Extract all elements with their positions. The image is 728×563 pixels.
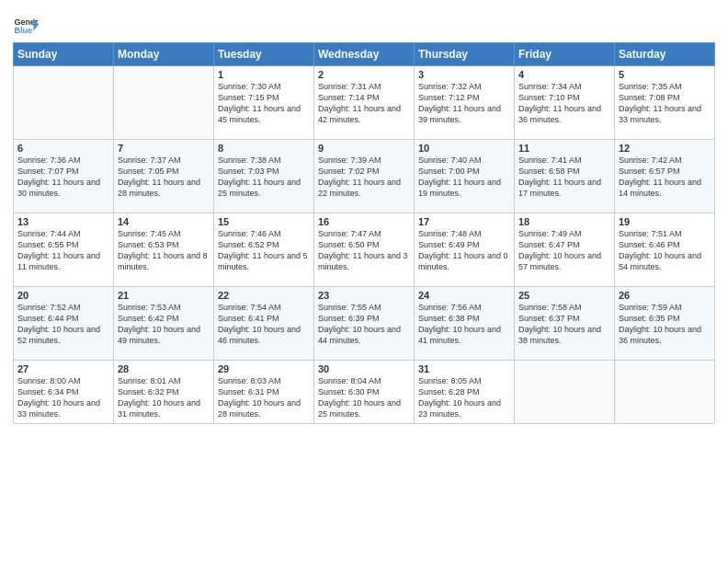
- calendar-cell: 22Sunrise: 7:54 AM Sunset: 6:41 PM Dayli…: [214, 287, 314, 361]
- day-number: 27: [17, 363, 109, 374]
- day-number: 9: [318, 143, 410, 154]
- day-info: Sunrise: 7:48 AM Sunset: 6:49 PM Dayligh…: [418, 228, 510, 273]
- week-row-1: 1Sunrise: 7:30 AM Sunset: 7:15 PM Daylig…: [14, 66, 715, 140]
- calendar-cell: 23Sunrise: 7:55 AM Sunset: 6:39 PM Dayli…: [314, 287, 415, 361]
- weekday-header-thursday: Thursday: [415, 43, 515, 66]
- weekday-header-row: SundayMondayTuesdayWednesdayThursdayFrid…: [14, 43, 715, 66]
- day-info: Sunrise: 7:39 AM Sunset: 7:02 PM Dayligh…: [318, 155, 410, 200]
- day-number: 8: [218, 143, 310, 154]
- calendar-cell: 31Sunrise: 8:05 AM Sunset: 6:28 PM Dayli…: [415, 361, 515, 424]
- day-number: 2: [318, 69, 410, 80]
- day-info: Sunrise: 7:36 AM Sunset: 7:07 PM Dayligh…: [17, 155, 109, 200]
- svg-text:Blue: Blue: [14, 26, 32, 35]
- day-info: Sunrise: 8:01 AM Sunset: 6:32 PM Dayligh…: [118, 375, 210, 420]
- day-info: Sunrise: 7:41 AM Sunset: 6:58 PM Dayligh…: [518, 155, 610, 200]
- day-number: 13: [17, 216, 109, 227]
- day-number: 20: [17, 290, 109, 301]
- calendar-cell: 13Sunrise: 7:44 AM Sunset: 6:55 PM Dayli…: [14, 213, 114, 287]
- day-info: Sunrise: 7:38 AM Sunset: 7:03 PM Dayligh…: [218, 155, 310, 200]
- weekday-header-friday: Friday: [515, 43, 615, 66]
- day-number: 5: [619, 69, 711, 80]
- week-row-5: 27Sunrise: 8:00 AM Sunset: 6:34 PM Dayli…: [14, 361, 715, 424]
- day-number: 6: [17, 143, 109, 154]
- calendar-cell: 7Sunrise: 7:37 AM Sunset: 7:05 PM Daylig…: [114, 140, 214, 213]
- weekday-header-saturday: Saturday: [615, 43, 715, 66]
- day-number: 29: [218, 363, 310, 374]
- calendar-cell: [14, 66, 114, 140]
- day-info: Sunrise: 8:03 AM Sunset: 6:31 PM Dayligh…: [218, 375, 310, 420]
- weekday-header-sunday: Sunday: [14, 43, 114, 66]
- calendar-cell: 4Sunrise: 7:34 AM Sunset: 7:10 PM Daylig…: [515, 66, 615, 140]
- calendar-cell: [114, 66, 214, 140]
- day-info: Sunrise: 8:00 AM Sunset: 6:34 PM Dayligh…: [17, 375, 109, 420]
- day-info: Sunrise: 7:47 AM Sunset: 6:50 PM Dayligh…: [318, 228, 410, 273]
- calendar-cell: 26Sunrise: 7:59 AM Sunset: 6:35 PM Dayli…: [615, 287, 715, 361]
- calendar-cell: 11Sunrise: 7:41 AM Sunset: 6:58 PM Dayli…: [515, 140, 615, 213]
- day-info: Sunrise: 7:52 AM Sunset: 6:44 PM Dayligh…: [17, 302, 109, 347]
- day-number: 23: [318, 290, 410, 301]
- calendar-cell: 29Sunrise: 8:03 AM Sunset: 6:31 PM Dayli…: [214, 361, 314, 424]
- weekday-header-tuesday: Tuesday: [214, 43, 314, 66]
- day-number: 12: [619, 143, 711, 154]
- day-number: 19: [619, 216, 711, 227]
- day-number: 3: [418, 69, 510, 80]
- page-container: General Blue SundayMondayTuesdayWednesda…: [0, 0, 728, 433]
- logo: General Blue: [13, 13, 40, 39]
- day-number: 17: [418, 216, 510, 227]
- day-number: 30: [318, 363, 410, 374]
- day-info: Sunrise: 7:53 AM Sunset: 6:42 PM Dayligh…: [118, 302, 210, 347]
- calendar-cell: 2Sunrise: 7:31 AM Sunset: 7:14 PM Daylig…: [314, 66, 415, 140]
- calendar-cell: 6Sunrise: 7:36 AM Sunset: 7:07 PM Daylig…: [14, 140, 114, 213]
- calendar-table: SundayMondayTuesdayWednesdayThursdayFrid…: [13, 42, 715, 424]
- day-info: Sunrise: 7:30 AM Sunset: 7:15 PM Dayligh…: [218, 81, 310, 126]
- day-info: Sunrise: 7:40 AM Sunset: 7:00 PM Dayligh…: [418, 155, 510, 200]
- day-info: Sunrise: 7:31 AM Sunset: 7:14 PM Dayligh…: [318, 81, 410, 126]
- week-row-2: 6Sunrise: 7:36 AM Sunset: 7:07 PM Daylig…: [14, 140, 715, 213]
- calendar-cell: 17Sunrise: 7:48 AM Sunset: 6:49 PM Dayli…: [415, 213, 515, 287]
- day-info: Sunrise: 7:34 AM Sunset: 7:10 PM Dayligh…: [518, 81, 610, 126]
- calendar-cell: 12Sunrise: 7:42 AM Sunset: 6:57 PM Dayli…: [615, 140, 715, 213]
- day-info: Sunrise: 7:56 AM Sunset: 6:38 PM Dayligh…: [418, 302, 510, 347]
- calendar-cell: 25Sunrise: 7:58 AM Sunset: 6:37 PM Dayli…: [515, 287, 615, 361]
- day-number: 18: [518, 216, 610, 227]
- calendar-cell: [515, 361, 615, 424]
- day-info: Sunrise: 7:54 AM Sunset: 6:41 PM Dayligh…: [218, 302, 310, 347]
- calendar-cell: 24Sunrise: 7:56 AM Sunset: 6:38 PM Dayli…: [415, 287, 515, 361]
- week-row-4: 20Sunrise: 7:52 AM Sunset: 6:44 PM Dayli…: [14, 287, 715, 361]
- day-number: 22: [218, 290, 310, 301]
- day-info: Sunrise: 7:46 AM Sunset: 6:52 PM Dayligh…: [218, 228, 310, 273]
- calendar-cell: 3Sunrise: 7:32 AM Sunset: 7:12 PM Daylig…: [415, 66, 515, 140]
- day-info: Sunrise: 7:49 AM Sunset: 6:47 PM Dayligh…: [518, 228, 610, 273]
- day-number: 15: [218, 216, 310, 227]
- day-number: 7: [118, 143, 210, 154]
- calendar-cell: 27Sunrise: 8:00 AM Sunset: 6:34 PM Dayli…: [14, 361, 114, 424]
- day-info: Sunrise: 7:55 AM Sunset: 6:39 PM Dayligh…: [318, 302, 410, 347]
- day-info: Sunrise: 7:42 AM Sunset: 6:57 PM Dayligh…: [619, 155, 711, 200]
- calendar-cell: [615, 361, 715, 424]
- day-info: Sunrise: 7:35 AM Sunset: 7:08 PM Dayligh…: [619, 81, 711, 126]
- calendar-cell: 16Sunrise: 7:47 AM Sunset: 6:50 PM Dayli…: [314, 213, 415, 287]
- calendar-cell: 10Sunrise: 7:40 AM Sunset: 7:00 PM Dayli…: [415, 140, 515, 213]
- logo-icon: General Blue: [13, 13, 39, 39]
- calendar-cell: 21Sunrise: 7:53 AM Sunset: 6:42 PM Dayli…: [114, 287, 214, 361]
- calendar-cell: 20Sunrise: 7:52 AM Sunset: 6:44 PM Dayli…: [14, 287, 114, 361]
- day-info: Sunrise: 7:58 AM Sunset: 6:37 PM Dayligh…: [518, 302, 610, 347]
- day-info: Sunrise: 7:45 AM Sunset: 6:53 PM Dayligh…: [118, 228, 210, 273]
- day-number: 1: [218, 69, 310, 80]
- day-info: Sunrise: 8:04 AM Sunset: 6:30 PM Dayligh…: [318, 375, 410, 420]
- calendar-cell: 1Sunrise: 7:30 AM Sunset: 7:15 PM Daylig…: [214, 66, 314, 140]
- weekday-header-wednesday: Wednesday: [314, 43, 415, 66]
- day-number: 28: [118, 363, 210, 374]
- day-number: 14: [118, 216, 210, 227]
- calendar-cell: 18Sunrise: 7:49 AM Sunset: 6:47 PM Dayli…: [515, 213, 615, 287]
- week-row-3: 13Sunrise: 7:44 AM Sunset: 6:55 PM Dayli…: [14, 213, 715, 287]
- day-number: 11: [518, 143, 610, 154]
- day-number: 26: [619, 290, 711, 301]
- day-number: 31: [418, 363, 510, 374]
- calendar-cell: 5Sunrise: 7:35 AM Sunset: 7:08 PM Daylig…: [615, 66, 715, 140]
- day-number: 21: [118, 290, 210, 301]
- calendar-cell: 19Sunrise: 7:51 AM Sunset: 6:46 PM Dayli…: [615, 213, 715, 287]
- day-info: Sunrise: 8:05 AM Sunset: 6:28 PM Dayligh…: [418, 375, 510, 420]
- day-info: Sunrise: 7:51 AM Sunset: 6:46 PM Dayligh…: [619, 228, 711, 273]
- calendar-cell: 14Sunrise: 7:45 AM Sunset: 6:53 PM Dayli…: [114, 213, 214, 287]
